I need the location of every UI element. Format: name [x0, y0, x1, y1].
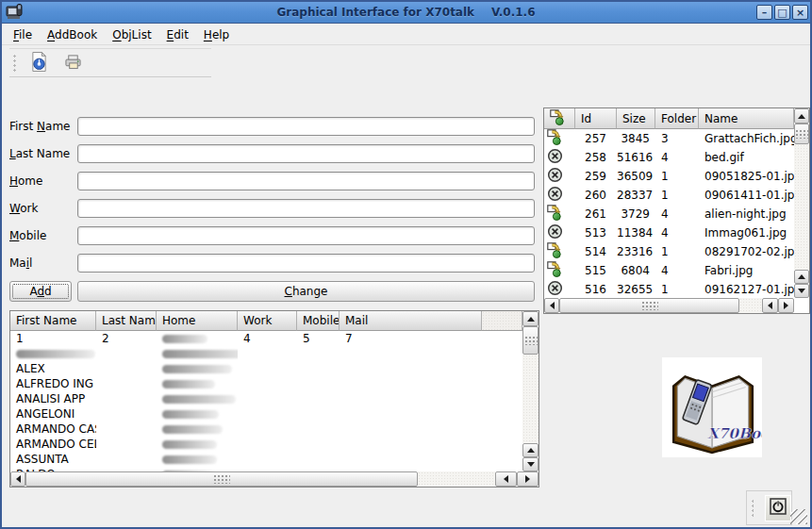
menu-edit[interactable]: Edit: [159, 25, 196, 44]
contacts-header-last-name[interactable]: Last Name: [96, 311, 157, 331]
files-scroll-up2-button[interactable]: [794, 270, 809, 284]
last-name-input[interactable]: [77, 144, 535, 163]
contacts-scroll-down-button[interactable]: [522, 457, 539, 471]
left-arrow-icon: [504, 475, 508, 483]
contacts-scroll-left2-button[interactable]: [495, 471, 517, 487]
files-cell-name: 09051825-01.jpg: [699, 170, 794, 183]
contacts-cell-first-name: ASSUNTA: [10, 453, 96, 466]
contacts-header-work[interactable]: Work: [238, 311, 297, 331]
logo-text: X70Book: [707, 425, 762, 442]
files-cell-icon: [544, 129, 575, 148]
contacts-row[interactable]: ARMANDO CASA: [10, 422, 522, 437]
maximize-button[interactable]: □: [774, 5, 790, 20]
contacts-cell-home: [157, 377, 238, 390]
field-label-work: Work: [9, 202, 38, 215]
home-input[interactable]: [77, 172, 535, 190]
files-header-icon-col[interactable]: [544, 108, 575, 129]
mail-input[interactable]: [77, 254, 535, 273]
first-name-input[interactable]: [77, 117, 535, 136]
close-button[interactable]: ×: [792, 5, 808, 20]
contacts-header-mail[interactable]: Mail: [340, 311, 482, 331]
document-button[interactable]: [25, 50, 52, 76]
files-cell-folder: 4: [655, 151, 699, 164]
scrollbar-track[interactable]: [522, 355, 539, 443]
scrollbar-track[interactable]: [794, 144, 809, 270]
contacts-row[interactable]: ANGELONI: [10, 406, 522, 422]
contacts-header-mobile[interactable]: Mobile: [297, 311, 340, 331]
contacts-vscroll-thumb[interactable]: [522, 326, 539, 355]
right-arrow-icon: [525, 475, 530, 483]
contacts-row[interactable]: ARMANDO CELL: [10, 437, 522, 452]
files-header-name[interactable]: Name: [699, 108, 794, 129]
files-header-size[interactable]: Size: [617, 108, 655, 129]
files-row[interactable]: 26028337109061411-01.jpg: [544, 186, 794, 205]
menu-help[interactable]: Help: [196, 25, 237, 44]
files-scroll-down-button[interactable]: [794, 284, 809, 298]
contacts-scroll-right-button[interactable]: [517, 471, 539, 487]
send-to-phone-icon: [547, 242, 563, 261]
toolbar-grip[interactable]: [11, 53, 18, 74]
contacts-header-home[interactable]: Home: [157, 311, 238, 331]
files-rows: 25738453GrattachFich.jpg258516164bed.gif…: [544, 129, 794, 298]
menu-file[interactable]: File: [6, 25, 40, 44]
files-cell-icon: [544, 261, 575, 280]
up-arrow-icon: [527, 317, 535, 322]
up-arrow-icon: [798, 274, 805, 279]
deleted-icon: [547, 167, 563, 186]
files-cell-size: 11384: [617, 226, 655, 240]
files-cell-size: 36509: [617, 170, 655, 183]
files-row[interactable]: 25936509109051825-01.jpg: [544, 167, 794, 186]
titlebar[interactable]: Graphical Interface for X70talkV.0.1.6 –…: [2, 2, 810, 24]
contacts-row[interactable]: [10, 346, 522, 361]
add-button[interactable]: Add: [9, 281, 72, 302]
scrollbar-track[interactable]: [418, 471, 495, 487]
contacts-cell-last-name: 2: [96, 332, 157, 345]
files-row[interactable]: 258516164bed.gif: [544, 148, 794, 167]
files-cell-name: 09162127-01.jpg: [699, 283, 794, 296]
contacts-header-first-name[interactable]: First Name: [10, 311, 96, 331]
files-scroll-right-button[interactable]: [778, 298, 794, 313]
thumb-grip: [213, 474, 230, 484]
resize-grip[interactable]: [790, 509, 807, 524]
contacts-row[interactable]: ASSUNTA: [10, 452, 522, 467]
scrollbar-track[interactable]: [739, 298, 762, 313]
power-button[interactable]: [765, 495, 791, 521]
files-scroll-up-button[interactable]: [794, 108, 809, 124]
contacts-scroll-up2-button[interactable]: [522, 443, 539, 457]
files-row[interactable]: 26137294alien-night.jpg: [544, 205, 794, 223]
contacts-row[interactable]: ALFREDO ING: [10, 376, 522, 391]
menu-objlist[interactable]: ObjList: [105, 25, 158, 44]
files-vscroll-thumb[interactable]: [794, 124, 809, 144]
work-input[interactable]: [77, 199, 535, 218]
files-row[interactable]: 25738453GrattachFich.jpg: [544, 129, 794, 148]
menu-addbook[interactable]: AddBook: [40, 25, 105, 44]
files-header-folder[interactable]: Folder: [655, 108, 699, 129]
files-row[interactable]: 51568044Fabri.jpg: [544, 261, 794, 280]
mobile-input[interactable]: [77, 226, 535, 245]
contacts-scroll-left-button[interactable]: [10, 471, 25, 487]
files-table: IdSizeFolderName25738453GrattachFich.jpg…: [543, 107, 810, 314]
right-arrow-icon: [784, 302, 788, 309]
contacts-row[interactable]: ANALISI APP: [10, 391, 522, 406]
files-scroll-left-button[interactable]: [544, 298, 559, 313]
files-row[interactable]: 513113844Immag061.jpg: [544, 223, 794, 242]
contacts-scroll-up-button[interactable]: [522, 311, 539, 326]
change-button[interactable]: Change: [77, 281, 535, 302]
power-toolbar-grip[interactable]: [750, 498, 754, 519]
files-scroll-left2-button[interactable]: [762, 298, 778, 313]
files-row[interactable]: 51632655109162127-01.jpg: [544, 280, 794, 298]
contacts-row[interactable]: 12457: [10, 331, 522, 346]
minimize-button[interactable]: –: [756, 5, 772, 20]
print-button[interactable]: [59, 50, 86, 76]
files-header-id[interactable]: Id: [575, 108, 617, 129]
send-to-phone-icon: [547, 129, 563, 148]
contacts-cell-first-name: ANALISI APP: [10, 392, 96, 405]
contacts-row[interactable]: ALEX: [10, 361, 522, 376]
contacts-hscroll-thumb[interactable]: [25, 471, 418, 487]
files-row[interactable]: 51423316108291702-02.jpg: [544, 242, 794, 261]
contacts-cell-first-name: [10, 347, 96, 360]
files-hscroll-thumb[interactable]: [559, 298, 739, 313]
send-to-phone-icon: [550, 109, 566, 128]
printer-icon: [64, 54, 82, 73]
contacts-cell-home: [157, 392, 238, 405]
